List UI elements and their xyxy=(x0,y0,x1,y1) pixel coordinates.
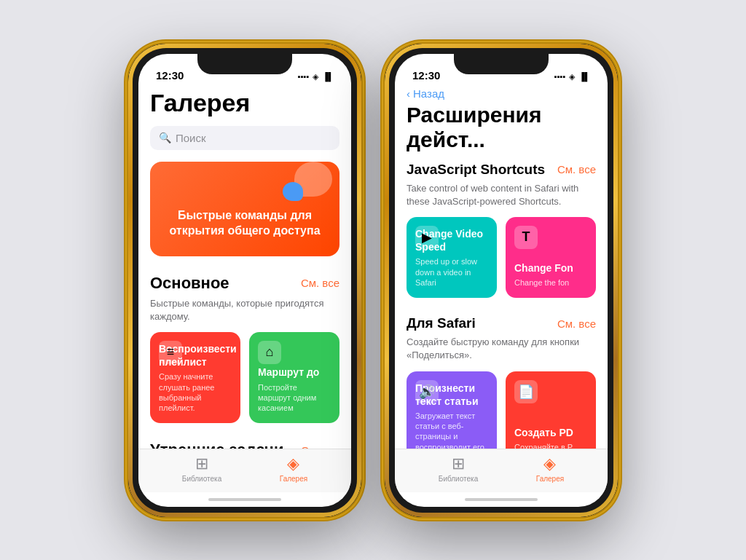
card-speech[interactable]: 🔊 Произнести текст статьи Загружает текс… xyxy=(407,371,497,449)
card-title-font: Change Fon xyxy=(514,261,587,275)
back-label: Назад xyxy=(413,87,444,100)
card-video-speed[interactable]: ▶ Change Video Speed Speed up or slow do… xyxy=(407,217,497,298)
section-header-safari: Для Safari См. все xyxy=(407,315,596,331)
tab-library-label-1: Библиотека xyxy=(182,475,221,483)
scroll-area-1[interactable]: Галерея 🔍 Поиск Быстрые команды для откр… xyxy=(138,86,351,449)
phone-1-screen: 12:30 ▪▪▪▪ ◈ ▐▌ Галерея 🔍 Поиск xyxy=(138,54,351,507)
tab-library-2[interactable]: ⊞ Библиотека xyxy=(439,454,478,483)
cards-row-js: ▶ Change Video Speed Speed up or slow do… xyxy=(407,217,596,298)
section-subtitle-main: Быстрые команды, которые пригодятся кажд… xyxy=(150,297,339,323)
wifi-icon: ◈ xyxy=(313,72,318,82)
gallery-icon-1: ◈ xyxy=(287,454,299,473)
card-route[interactable]: ⌂ Маршрут до Постройте маршрут одним кас… xyxy=(249,332,339,424)
search-placeholder: Поиск xyxy=(176,132,206,144)
tab-gallery-1[interactable]: ◈ Галерея xyxy=(280,454,307,483)
card-icon-video: ▶ xyxy=(415,226,439,249)
tab-bar-2: ⊞ Библиотека ◈ Галерея xyxy=(395,449,608,492)
card-icon-playlist: ≡ xyxy=(159,341,182,364)
section-header-js: JavaScript Shortcuts См. все xyxy=(407,162,596,178)
back-link[interactable]: ‹ Назад xyxy=(407,86,596,100)
scroll-area-2[interactable]: ‹ Назад Расширения дейст... JavaScript S… xyxy=(395,86,608,449)
card-desc-pdf: Сохраняйте в Р данные — даже xyxy=(514,442,587,449)
battery-icon-2: ▐▌ xyxy=(578,72,590,81)
see-all-main[interactable]: См. все xyxy=(301,277,339,289)
home-indicator-2 xyxy=(395,492,608,507)
signal-icon: ▪▪▪▪ xyxy=(298,72,310,81)
section-title-safari: Для Safari xyxy=(407,315,476,331)
card-change-font[interactable]: T Change Fon Change the fon xyxy=(506,217,596,298)
tab-gallery-label-1: Галерея xyxy=(280,475,307,483)
card-icon-route: ⌂ xyxy=(258,341,281,364)
phone-2: 12:30 ▪▪▪▪ ◈ ▐▌ ‹ Назад Расширения дейст… xyxy=(385,44,618,517)
status-time-1: 12:30 xyxy=(156,69,184,82)
status-time-2: 12:30 xyxy=(412,69,440,82)
tab-gallery-label-2: Галерея xyxy=(536,475,564,483)
status-icons-1: ▪▪▪▪ ◈ ▐▌ xyxy=(298,72,334,82)
library-icon-2: ⊞ xyxy=(452,454,465,473)
tab-library-1[interactable]: ⊞ Библиотека xyxy=(182,454,221,483)
tab-bar-1: ⊞ Библиотека ◈ Галерея xyxy=(138,449,351,492)
detail-title: Расширения дейст... xyxy=(407,103,596,153)
tab-library-label-2: Библиотека xyxy=(439,475,478,483)
home-indicator-1 xyxy=(138,492,351,507)
tab-gallery-2[interactable]: ◈ Галерея xyxy=(536,454,564,483)
card-icon-pdf: 📄 xyxy=(514,380,538,403)
section-title-js: JavaScript Shortcuts xyxy=(407,162,545,178)
section-header-morning: Утренние задачи См. все xyxy=(150,441,339,448)
screen-content-1: Галерея 🔍 Поиск Быстрые команды для откр… xyxy=(138,86,351,507)
card-icon-font: T xyxy=(514,226,538,249)
search-bar[interactable]: 🔍 Поиск xyxy=(150,126,339,150)
card-title-route: Маршрут до xyxy=(258,366,331,379)
featured-card[interactable]: Быстрые команды для открытия общего дост… xyxy=(150,162,339,256)
section-header-main: Основное См. все xyxy=(150,274,339,293)
card-icon-speech: 🔊 xyxy=(415,380,439,403)
section-subtitle-js: Take control of web content in Safari wi… xyxy=(407,182,596,208)
see-all-safari[interactable]: См. все xyxy=(557,318,596,330)
battery-icon: ▐▌ xyxy=(322,72,334,81)
home-bar-2 xyxy=(465,498,538,501)
home-bar-1 xyxy=(208,498,281,501)
phone-2-screen: 12:30 ▪▪▪▪ ◈ ▐▌ ‹ Назад Расширения дейст… xyxy=(395,54,608,507)
cards-row-safari: 🔊 Произнести текст статьи Загружает текс… xyxy=(407,371,596,449)
status-icons-2: ▪▪▪▪ ◈ ▐▌ xyxy=(554,72,590,82)
search-icon: 🔍 xyxy=(159,132,171,143)
back-chevron-icon: ‹ xyxy=(407,87,410,100)
gallery-title: Галерея xyxy=(150,89,339,117)
card-desc-route: Постройте маршрут одним касанием xyxy=(258,382,331,414)
card-desc-video: Speed up or slow down a video in Safari xyxy=(415,256,488,288)
featured-card-title: Быстрые команды для открытия общего дост… xyxy=(162,208,328,239)
notch-2 xyxy=(454,54,549,74)
see-all-js[interactable]: См. все xyxy=(557,163,596,176)
signal-icon-2: ▪▪▪▪ xyxy=(554,72,566,81)
screen-content-2: ‹ Назад Расширения дейст... JavaScript S… xyxy=(395,86,608,507)
gallery-icon-2: ◈ xyxy=(543,454,556,473)
card-title-pdf: Создать PD xyxy=(514,426,587,439)
library-icon-1: ⊞ xyxy=(195,454,208,473)
card-desc-playlist: Сразу начните слушать ранее выбранный пл… xyxy=(159,371,232,413)
cards-row-main: ≡ Воспроизвести плейлист Сразу начните с… xyxy=(150,332,339,424)
card-desc-speech: Загружает текст статьи с веб-страницы и … xyxy=(415,411,488,449)
section-subtitle-safari: Создайте быструю команду для кнопки «Под… xyxy=(407,336,596,362)
section-title-morning: Утренние задачи xyxy=(150,441,283,448)
phone-1: 12:30 ▪▪▪▪ ◈ ▐▌ Галерея 🔍 Поиск xyxy=(128,44,361,517)
phones-container: 12:30 ▪▪▪▪ ◈ ▐▌ Галерея 🔍 Поиск xyxy=(128,44,618,517)
card-playlist[interactable]: ≡ Воспроизвести плейлист Сразу начните с… xyxy=(150,332,240,424)
section-title-main: Основное xyxy=(150,274,229,293)
wifi-icon-2: ◈ xyxy=(569,72,575,82)
bubble-small xyxy=(283,182,303,201)
card-pdf[interactable]: 📄 Создать PD Сохраняйте в Р данные — даж… xyxy=(506,371,596,449)
notch xyxy=(197,54,292,74)
card-desc-font: Change the fon xyxy=(514,277,587,288)
